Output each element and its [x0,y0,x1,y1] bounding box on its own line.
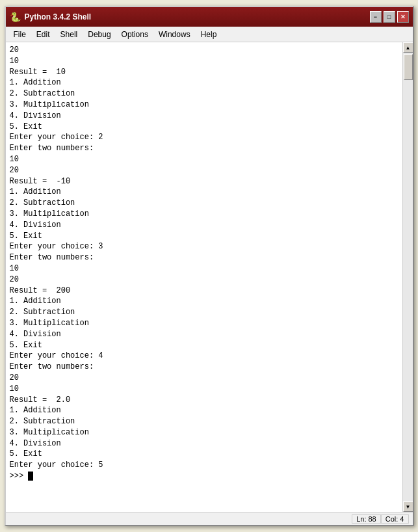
scrollbar-track[interactable] [403,53,413,501]
status-bar: Ln: 88 Col: 4 [6,512,413,525]
close-button[interactable]: ✕ [397,11,409,23]
scrollbar-thumb[interactable] [404,54,413,80]
content-area: 20 10 Result = 10 1. Addition 2. Subtrac… [6,42,402,512]
menu-file[interactable]: File [8,29,31,40]
col-number: Col: 4 [381,514,409,524]
menu-bar: File Edit Shell Debug Options Windows He… [6,27,413,42]
scroll-down-button[interactable]: ▼ [403,501,413,512]
menu-edit[interactable]: Edit [31,29,55,40]
menu-debug[interactable]: Debug [83,29,116,40]
maximize-button[interactable]: □ [384,11,395,23]
shell-text: 20 10 Result = 10 1. Addition 2. Subtrac… [10,45,398,482]
menu-windows[interactable]: Windows [153,29,196,40]
shell-output[interactable]: 20 10 Result = 10 1. Addition 2. Subtrac… [6,42,402,485]
python-icon: 🐍 [10,12,21,22]
title-bar-controls: − □ ✕ [370,11,409,23]
vertical-scrollbar[interactable]: ▲ ▼ [402,42,413,512]
menu-help[interactable]: Help [196,29,222,40]
menu-options[interactable]: Options [116,29,153,40]
menu-shell[interactable]: Shell [55,29,83,40]
line-number: Ln: 88 [352,514,381,524]
title-bar-left: 🐍 Python 3.4.2 Shell [10,12,92,22]
scroll-up-button[interactable]: ▲ [403,42,413,53]
python-shell-window: 🐍 Python 3.4.2 Shell − □ ✕ File Edit She… [5,6,414,526]
window-title: Python 3.4.2 Shell [25,12,92,21]
shell-area: 20 10 Result = 10 1. Addition 2. Subtrac… [6,42,413,512]
minimize-button[interactable]: − [370,11,382,23]
title-bar: 🐍 Python 3.4.2 Shell − □ ✕ [6,7,413,27]
shell-cursor [28,472,33,481]
